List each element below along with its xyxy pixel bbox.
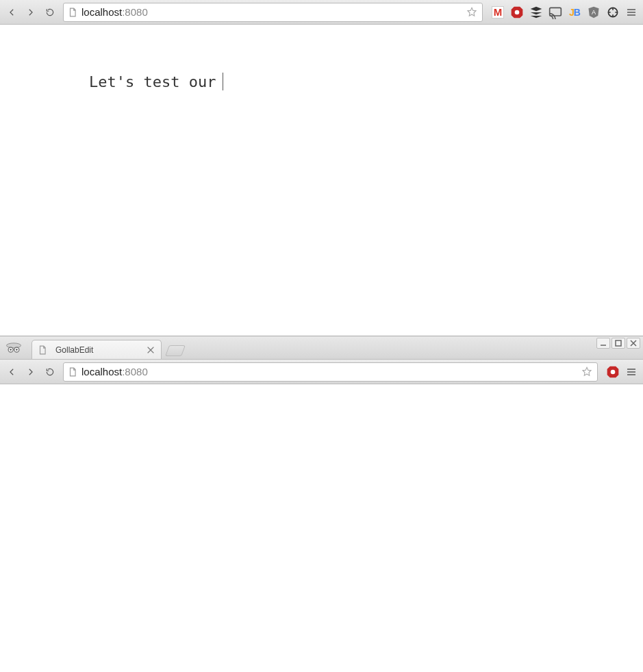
bookmark-star-icon[interactable]	[581, 366, 593, 378]
editor-line[interactable]: Let's test our	[89, 73, 643, 90]
text-cursor	[223, 73, 223, 90]
svg-text:A: A	[592, 9, 596, 16]
svg-point-1	[515, 10, 520, 14]
extension-row	[602, 365, 621, 379]
svg-point-5	[7, 343, 21, 348]
page-icon	[38, 345, 47, 355]
bookmark-star-icon[interactable]	[466, 6, 478, 18]
tab-gollabedit[interactable]: GollabEdit	[31, 340, 162, 359]
address-bar[interactable]: localhost:8080	[63, 362, 598, 382]
adblock-extension-icon[interactable]	[606, 365, 620, 379]
close-icon	[146, 345, 155, 355]
editor-text: Let's test our	[89, 73, 216, 90]
stop-octagon-icon	[510, 5, 524, 19]
gmail-m-icon: M	[492, 6, 505, 18]
svg-point-8	[10, 349, 12, 351]
window-controls	[596, 338, 640, 349]
minimize-button[interactable]	[596, 338, 610, 349]
url-port: :8080	[122, 6, 148, 18]
stack-icon	[529, 5, 543, 19]
url-text: localhost:8080	[81, 366, 581, 377]
arrow-left-icon	[7, 367, 16, 377]
menu-button[interactable]	[622, 363, 640, 381]
circle-arrows-icon	[606, 5, 620, 19]
tab-close-button[interactable]	[146, 345, 155, 355]
url-port: :8080	[122, 366, 148, 377]
jb-logo-icon: JB	[569, 7, 580, 18]
url-host: localhost	[81, 366, 122, 377]
page-content-1[interactable]: Let's test our	[0, 25, 643, 336]
maximize-icon	[615, 340, 622, 347]
page-icon	[68, 367, 77, 377]
jb-extension-icon[interactable]: JB	[568, 5, 581, 19]
toolbar: localhost:8080 M	[0, 0, 643, 25]
buffer-extension-icon[interactable]	[529, 5, 543, 19]
svg-point-12	[611, 369, 616, 374]
new-tab-button[interactable]	[165, 345, 186, 356]
maximize-button[interactable]	[612, 338, 625, 349]
page-icon	[68, 8, 77, 17]
reload-button[interactable]	[41, 363, 59, 381]
page-content-2[interactable]	[0, 384, 643, 672]
minimize-icon	[600, 340, 607, 347]
forward-button[interactable]	[22, 363, 40, 381]
arrow-right-icon	[26, 367, 36, 377]
arrow-right-icon	[26, 8, 36, 17]
hamburger-icon	[626, 7, 637, 18]
incognito-badge	[0, 336, 27, 359]
browser-window-1: localhost:8080 M	[0, 0, 643, 336]
svg-rect-10	[616, 340, 621, 346]
cast-icon	[549, 5, 562, 19]
reload-icon	[45, 8, 55, 17]
gmail-extension-icon[interactable]: M	[491, 5, 505, 19]
back-button[interactable]	[3, 363, 21, 381]
toolbar: localhost:8080	[0, 360, 643, 384]
back-button[interactable]	[3, 3, 21, 21]
angular-extension-icon[interactable]: A	[587, 5, 601, 19]
menu-button[interactable]	[622, 3, 640, 21]
close-icon	[630, 340, 637, 347]
browser-window-2: GollabEdit	[0, 336, 643, 672]
url-host: localhost	[81, 6, 122, 18]
url-text: localhost:8080	[81, 6, 466, 18]
stop-octagon-icon	[606, 365, 620, 379]
shield-icon: A	[587, 5, 601, 19]
tab-title: GollabEdit	[55, 345, 142, 355]
close-window-button[interactable]	[627, 338, 640, 349]
extension-row: M JB	[487, 5, 621, 19]
adblock-extension-icon[interactable]	[510, 5, 524, 19]
address-bar[interactable]: localhost:8080	[63, 3, 483, 22]
reload-icon	[45, 367, 55, 377]
reload-button[interactable]	[41, 3, 59, 21]
svg-point-9	[16, 349, 18, 351]
forward-button[interactable]	[22, 3, 40, 21]
hamburger-icon	[626, 366, 637, 377]
arrow-left-icon	[7, 8, 16, 17]
incognito-icon	[4, 340, 23, 355]
cast-extension-icon[interactable]	[549, 5, 562, 19]
svg-rect-2	[550, 8, 562, 16]
tab-strip: GollabEdit	[0, 336, 643, 360]
sync-extension-icon[interactable]	[606, 5, 620, 19]
